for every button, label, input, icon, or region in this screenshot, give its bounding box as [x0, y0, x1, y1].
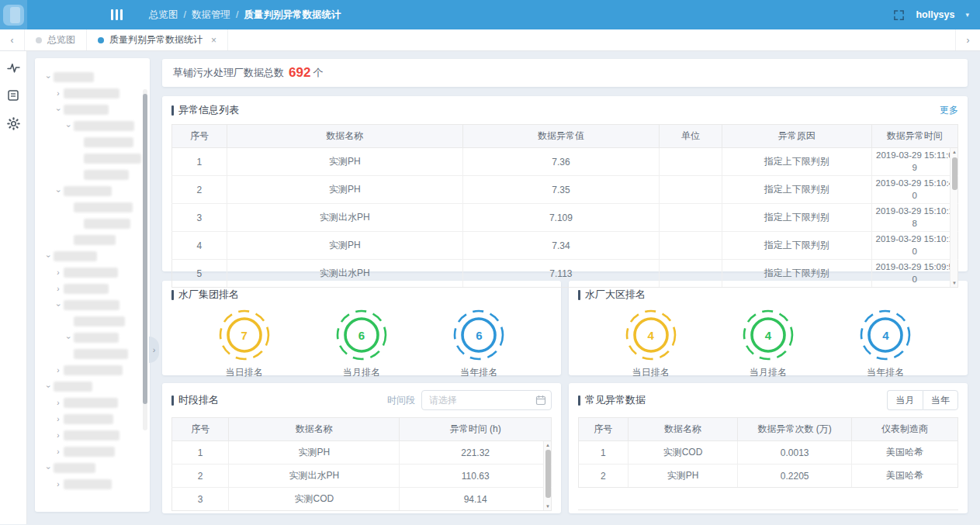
- ranking-value: 7: [218, 309, 271, 361]
- scroll-down-icon[interactable]: ▼: [544, 503, 552, 510]
- tree-node[interactable]: [41, 313, 142, 330]
- chevron-right-icon[interactable]: ›: [53, 480, 64, 489]
- table-row: 5实测出水PH7.113指定上下限判别2019-03-29 15:09:50: [172, 260, 958, 288]
- tree-node[interactable]: ›: [41, 183, 142, 199]
- chevron-right-icon[interactable]: ›: [53, 399, 64, 407]
- period-table: 序号数据名称异常时间 (h) 1实测PH221.322实测出水PH110.633…: [171, 417, 552, 511]
- menu-icon[interactable]: [111, 9, 123, 20]
- chevron-right-icon[interactable]: ›: [53, 285, 64, 293]
- ranking-circle: 4: [625, 309, 677, 361]
- current-month-button[interactable]: 当月: [887, 390, 923, 410]
- tree-node[interactable]: ›: [41, 460, 142, 476]
- tree-node[interactable]: ›: [41, 85, 142, 102]
- table-row: 1实测COD0.0013美国哈希: [579, 441, 958, 465]
- tree-node[interactable]: ›: [41, 378, 142, 395]
- ranking-value: 6: [335, 309, 388, 361]
- app-logo[interactable]: [3, 5, 24, 26]
- tree-node-label-redacted: [74, 235, 116, 245]
- more-link[interactable]: 更多: [940, 104, 958, 117]
- top-bar: 总览图 / 数据管理 / 质量判别异常数据统计 hollysys ▾: [0, 0, 980, 29]
- current-year-button[interactable]: 当年: [923, 390, 958, 410]
- tree-node[interactable]: ›: [41, 118, 142, 134]
- tree-node[interactable]: [41, 232, 142, 248]
- tabs-scroll-right-icon[interactable]: ›: [955, 29, 980, 50]
- gear-icon[interactable]: [6, 116, 20, 130]
- tree-node[interactable]: [41, 150, 142, 167]
- table-row: 2实测PH0.2205美国哈希: [579, 465, 958, 488]
- tree-node-label-redacted: [64, 88, 119, 98]
- section-title: 异常信息列表: [178, 103, 239, 117]
- ranking-label: 当月排名: [750, 366, 787, 379]
- table-cell: 美国哈希: [852, 441, 958, 465]
- chevron-down-icon[interactable]: ›: [44, 382, 53, 392]
- time-range-input[interactable]: [421, 390, 552, 410]
- chevron-down-icon[interactable]: ›: [54, 186, 63, 197]
- table-cell: 指定上下限判别: [722, 260, 871, 288]
- chevron-down-icon[interactable]: ›: [44, 463, 53, 474]
- scrollbar-thumb[interactable]: [952, 157, 957, 190]
- chevron-right-icon[interactable]: ›: [53, 431, 64, 440]
- tree-node[interactable]: ›: [41, 476, 142, 492]
- breadcrumb-item[interactable]: 总览图: [149, 9, 178, 22]
- tab-quality-abnormal-stats[interactable]: 质量判别异常数据统计 ×: [87, 29, 228, 50]
- tree-node[interactable]: ›: [41, 444, 142, 460]
- tree-node-label-redacted: [64, 479, 112, 489]
- main-content: 草铺污水处理厂数据总数692个 异常信息列表 更多 序号数据名称数据异常值单位异…: [153, 51, 980, 524]
- table-cell: 指定上下限判别: [722, 176, 871, 204]
- tree-node[interactable]: ›: [41, 330, 142, 346]
- tree-node[interactable]: ›: [41, 427, 142, 444]
- chevron-down-icon[interactable]: ›: [64, 333, 73, 344]
- chevron-right-icon[interactable]: ›: [53, 366, 64, 375]
- activity-icon[interactable]: [6, 60, 20, 74]
- scrollbar-thumb[interactable]: [545, 450, 551, 498]
- tree-node[interactable]: ›: [41, 69, 142, 85]
- chevron-right-icon[interactable]: ›: [53, 89, 64, 98]
- tree-node[interactable]: ›: [41, 248, 142, 264]
- calendar-icon[interactable]: [535, 395, 546, 406]
- tree-node[interactable]: ›: [41, 297, 142, 313]
- fullscreen-icon[interactable]: [893, 9, 905, 21]
- tree-node[interactable]: ›: [41, 395, 142, 411]
- tab-overview[interactable]: 总览图: [25, 29, 87, 50]
- tree-node-label-redacted: [74, 349, 128, 359]
- table-cell: 实测COD: [628, 441, 738, 465]
- breadcrumb-item[interactable]: 数据管理: [192, 9, 230, 22]
- tree-node[interactable]: ›: [41, 411, 142, 427]
- ranking-circle: 4: [742, 309, 795, 361]
- scroll-up-icon[interactable]: ▲: [951, 148, 958, 156]
- chevron-right-icon[interactable]: ›: [53, 415, 64, 423]
- column-header: 数据名称: [229, 418, 400, 441]
- abnormal-info-card: 异常信息列表 更多 序号数据名称数据异常值单位异常原因数据异常时间 1实测PH7…: [162, 96, 968, 271]
- tree-node[interactable]: [41, 134, 142, 150]
- scroll-down-icon[interactable]: ▼: [951, 279, 958, 287]
- chevron-down-icon[interactable]: ›: [54, 300, 63, 311]
- chevron-down-icon[interactable]: ›: [44, 251, 53, 262]
- chevron-down-icon[interactable]: ›: [54, 105, 63, 116]
- document-icon[interactable]: [6, 88, 20, 102]
- scroll-up-icon[interactable]: ▲: [544, 441, 552, 449]
- table-cell: 7.35: [462, 176, 659, 204]
- table-scrollbar[interactable]: ▲ ▼: [950, 148, 957, 287]
- tree-node[interactable]: [41, 199, 142, 216]
- table-cell: 实测COD: [229, 488, 400, 511]
- tree-node[interactable]: [41, 167, 142, 183]
- user-menu[interactable]: hollysys: [916, 9, 954, 20]
- close-icon[interactable]: ×: [211, 35, 216, 46]
- tree-node[interactable]: [41, 346, 142, 362]
- chevron-right-icon[interactable]: ›: [53, 268, 64, 277]
- chevron-down-icon[interactable]: ▾: [965, 11, 969, 19]
- tree-node[interactable]: [41, 216, 142, 232]
- tree-node[interactable]: ›: [41, 102, 142, 118]
- chevron-right-icon[interactable]: ›: [53, 447, 64, 456]
- tree-scrollbar[interactable]: [143, 89, 147, 430]
- plant-group-ranking-card: 水厂集团排名 7 当日排名: [162, 281, 561, 375]
- chevron-down-icon[interactable]: ›: [44, 72, 53, 83]
- table-scrollbar[interactable]: ▲ ▼: [543, 441, 551, 510]
- tree-scrollbar-thumb[interactable]: [143, 94, 147, 404]
- tree-node-label-redacted: [84, 219, 130, 229]
- tree-node[interactable]: ›: [41, 264, 142, 281]
- chevron-down-icon[interactable]: ›: [64, 121, 73, 132]
- tree-node[interactable]: ›: [41, 281, 142, 297]
- tabs-scroll-left-icon[interactable]: ‹: [0, 29, 25, 50]
- tree-node[interactable]: ›: [41, 362, 142, 378]
